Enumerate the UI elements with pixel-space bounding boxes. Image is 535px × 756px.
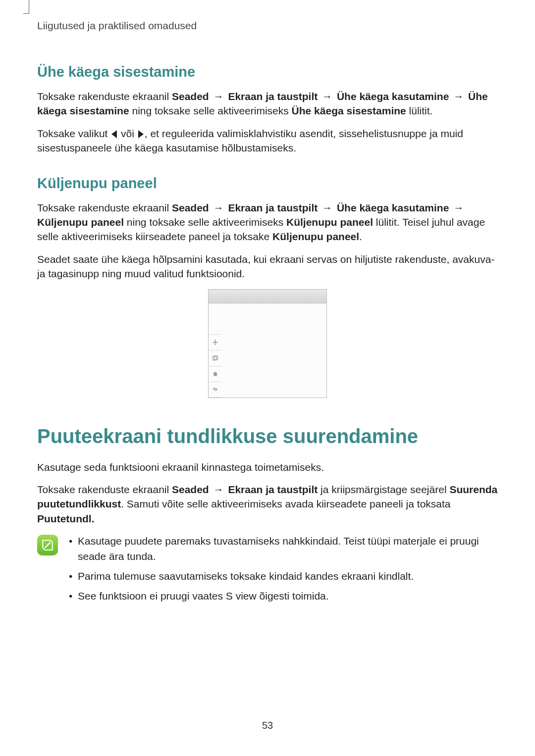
triangle-right-icon	[138, 130, 144, 138]
device-figure	[208, 289, 327, 398]
section-side-panel: Küljenupu paneel Toksake rakenduste ekra…	[37, 175, 498, 398]
note-block: Kasutage puudete paremaks tuvastamiseks …	[37, 534, 498, 609]
paragraph: Seadet saate ühe käega hõlpsamini kasuta…	[37, 252, 498, 281]
bold-text: Ekraan ja taustpilt	[228, 484, 318, 495]
paragraph: Toksake rakenduste ekraanil Seaded → Ekr…	[37, 201, 498, 244]
heading-one-hand-input: Ühe käega sisestamine	[37, 64, 498, 80]
bold-text: Küljenupu paneel	[286, 216, 373, 228]
paragraph: Kasutage seda funktsiooni ekraanil kinna…	[37, 460, 498, 474]
bold-text: Seaded	[172, 484, 209, 495]
bold-text: Küljenupu paneel	[37, 216, 124, 228]
bold-text: Seaded	[172, 202, 209, 213]
bold-text: Puutetundl.	[37, 513, 94, 524]
text: Toksake rakenduste ekraanil	[37, 91, 172, 102]
bold-text: Küljenupu paneel	[272, 231, 359, 242]
paragraph: Toksake rakenduste ekraanil Seaded → Ekr…	[37, 482, 498, 526]
device-body	[209, 303, 326, 398]
text: Toksake rakenduste ekraanil	[37, 484, 172, 495]
text: või	[118, 128, 137, 139]
device-statusbar	[209, 290, 326, 303]
bold-text: Ekraan ja taustpilt	[228, 91, 318, 102]
bold-text: Ühe käega kasutamine	[337, 202, 449, 213]
paragraph: Toksake valikut või , et reguleerida val…	[37, 126, 498, 155]
page-corner-mark	[23, 0, 29, 14]
arrow: →	[318, 202, 337, 213]
note-item: See funktsioon ei pruugi vaates S view õ…	[67, 589, 498, 604]
text: Toksake valikut	[37, 128, 110, 139]
arrow: →	[318, 91, 337, 102]
note-item: Kasutage puudete paremaks tuvastamiseks …	[67, 534, 498, 564]
triangle-left-icon	[111, 130, 117, 138]
text: ning toksake selle aktiveerimiseks	[129, 105, 292, 116]
arrow: →	[209, 484, 228, 495]
paragraph: Toksake rakenduste ekraanil Seaded → Ekr…	[37, 89, 498, 118]
note-list: Kasutage puudete paremaks tuvastamiseks …	[67, 534, 498, 609]
bold-text: Ühe käega kasutamine	[337, 91, 449, 102]
home-icon	[209, 366, 221, 382]
text: ning toksake selle aktiveerimiseks	[124, 216, 286, 228]
section-touch-sensitivity: Puuteekraani tundlikkuse suurendamine Ka…	[37, 425, 498, 609]
page-number: 53	[0, 720, 535, 731]
bold-text: Ekraan ja taustpilt	[228, 202, 318, 213]
side-button-panel	[209, 334, 221, 398]
text: lülitit.	[406, 105, 433, 116]
page-content: Liigutused ja praktilised omadused Ühe k…	[0, 0, 535, 609]
heading-touch-sensitivity: Puuteekraani tundlikkuse suurendamine	[37, 425, 498, 448]
move-icon	[209, 334, 221, 350]
text: ja kriipsmärgistage seejärel	[318, 484, 449, 495]
arrow: →	[449, 202, 465, 213]
text: . Samuti võite selle aktiveerimiseks ava…	[121, 498, 450, 509]
note-icon	[37, 535, 58, 555]
note-item: Parima tulemuse saavutamiseks toksake ki…	[67, 569, 498, 584]
running-head: Liigutused ja praktilised omadused	[37, 20, 498, 32]
recent-apps-icon	[209, 350, 221, 366]
bold-text: Ühe käega sisestamine	[292, 105, 406, 116]
device-mock	[208, 289, 327, 398]
arrow: →	[209, 202, 228, 213]
arrow: →	[449, 91, 468, 102]
section-one-hand-input: Ühe käega sisestamine Toksake rakenduste…	[37, 64, 498, 155]
text: Toksake rakenduste ekraanil	[37, 202, 172, 213]
heading-side-panel: Küljenupu paneel	[37, 175, 498, 192]
text: .	[359, 231, 362, 242]
back-icon	[209, 382, 221, 398]
arrow: →	[209, 91, 228, 102]
bold-text: Seaded	[172, 91, 209, 102]
